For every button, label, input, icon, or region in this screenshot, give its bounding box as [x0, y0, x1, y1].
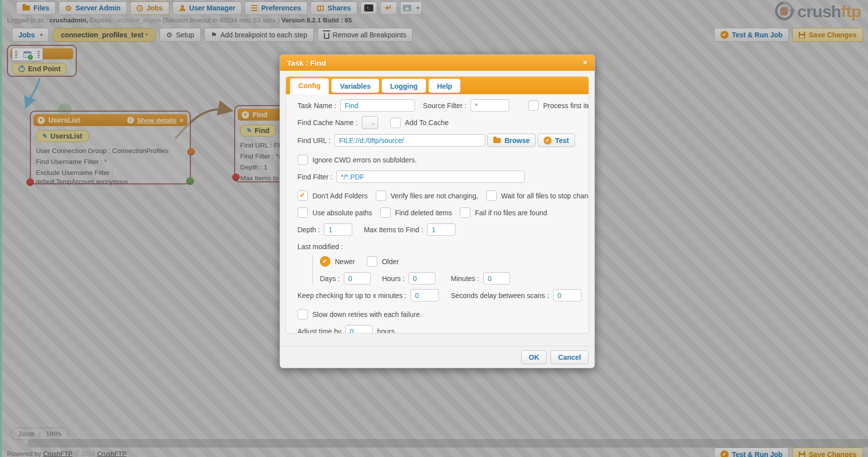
- wait-all-files-checkbox[interactable]: [486, 190, 497, 201]
- find-url-label: Find URL :: [297, 137, 330, 145]
- minutes-input[interactable]: [483, 272, 510, 285]
- days-label: Days :: [320, 275, 340, 283]
- use-absolute-paths-checkbox[interactable]: [297, 207, 308, 218]
- verify-files-checkbox[interactable]: [376, 190, 386, 201]
- find-deleted-items-label: Find deleted items: [395, 209, 452, 217]
- dialog-panel: Config Variables Logging Help Task Name …: [286, 76, 589, 333]
- source-filter-label: Source Filter :: [423, 102, 466, 110]
- add-to-cache-label: Add To Cache: [405, 119, 449, 127]
- dont-add-folders-checkbox[interactable]: [297, 190, 308, 201]
- hours-label: Hours :: [382, 275, 405, 283]
- chevron-down-icon: ⌄: [371, 120, 375, 126]
- days-input[interactable]: [344, 272, 371, 285]
- seconds-delay-label: Seconds delay between scans :: [451, 292, 549, 300]
- wait-all-files-label: Wait for all files to stop changing: [501, 192, 589, 200]
- process-first-label: Process first item only: [543, 102, 589, 110]
- config-form: Task Name : Source Filter : Process firs…: [286, 94, 588, 333]
- browse-label: Browse: [504, 137, 530, 145]
- dialog-footer: OK Cancel: [280, 346, 594, 368]
- dialog-title: Task : Find: [287, 59, 326, 67]
- last-modified-group: Newer Older Days : Hours : Minutes :: [312, 255, 581, 285]
- newer-label: Newer: [335, 258, 355, 266]
- tab-config[interactable]: Config: [290, 78, 329, 94]
- dont-add-folders-label: Don't Add Folders: [312, 192, 368, 200]
- find-url-input[interactable]: [334, 134, 485, 147]
- task-name-input[interactable]: [340, 99, 415, 112]
- fail-if-none-checkbox[interactable]: [460, 207, 470, 218]
- keep-checking-label: Keep checking for up to x minutes :: [297, 292, 407, 300]
- verify-files-label: Verify files are not changing,: [391, 192, 478, 200]
- older-label: Older: [382, 258, 399, 266]
- task-find-dialog: Task : Find × Config Variables Logging H…: [280, 54, 595, 368]
- test-button[interactable]: ✔ Test: [538, 134, 575, 147]
- find-cache-name-select[interactable]: ⌄: [362, 116, 378, 129]
- older-checkbox[interactable]: [367, 256, 377, 267]
- fail-if-none-label: Fail if no files are found: [475, 209, 547, 217]
- tab-logging[interactable]: Logging: [382, 79, 426, 93]
- tab-variables[interactable]: Variables: [331, 79, 379, 93]
- ignore-cwd-label: Ignore CWD errors on subfolders.: [312, 156, 417, 164]
- close-icon[interactable]: ×: [583, 58, 587, 67]
- find-filter-input[interactable]: [336, 170, 525, 183]
- crushftp-app: Files ⚙ Server Admin Jobs User Manager P…: [0, 0, 868, 457]
- tab-help[interactable]: Help: [429, 79, 460, 93]
- adjust-time-input[interactable]: [345, 325, 373, 333]
- test-label: Test: [555, 137, 569, 145]
- find-cache-name-label: Find Cache Name :: [297, 119, 358, 127]
- task-name-label: Task Name :: [297, 102, 336, 110]
- use-absolute-paths-label: Use absolute paths: [312, 209, 372, 217]
- hours-input[interactable]: [409, 272, 435, 285]
- adjust-time-label: Adjust time by: [297, 327, 341, 334]
- dialog-tabs: Config Variables Logging Help: [286, 77, 588, 94]
- process-first-checkbox[interactable]: [528, 100, 539, 111]
- add-to-cache-checkbox[interactable]: [390, 118, 401, 128]
- source-filter-input[interactable]: [470, 99, 509, 112]
- last-modified-label: Last modified :: [297, 243, 343, 251]
- max-items-input[interactable]: [427, 223, 455, 236]
- max-items-label: Max Items to Find :: [364, 226, 423, 234]
- slow-down-retries-label: Slow down retries with each failure.: [312, 310, 422, 318]
- depth-label: Depth :: [297, 226, 320, 234]
- ok-button[interactable]: OK: [521, 350, 547, 364]
- ignore-cwd-checkbox[interactable]: [297, 154, 308, 165]
- folder-icon: [493, 138, 501, 143]
- slow-down-retries-checkbox[interactable]: [297, 309, 308, 319]
- adjust-time-suffix: hours.: [377, 327, 397, 334]
- find-deleted-items-checkbox[interactable]: [380, 207, 391, 218]
- minutes-label: Minutes :: [451, 275, 479, 283]
- depth-input[interactable]: [324, 223, 352, 236]
- seconds-delay-input[interactable]: [553, 289, 581, 302]
- dialog-titlebar[interactable]: Task : Find ×: [280, 55, 594, 71]
- check-circle-icon: ✔: [544, 137, 552, 145]
- find-filter-label: Find Filter :: [297, 173, 332, 181]
- cancel-button[interactable]: Cancel: [551, 350, 588, 364]
- keep-checking-input[interactable]: [411, 289, 439, 302]
- newer-checkbox[interactable]: [320, 256, 330, 267]
- browse-button[interactable]: Browse: [487, 134, 536, 147]
